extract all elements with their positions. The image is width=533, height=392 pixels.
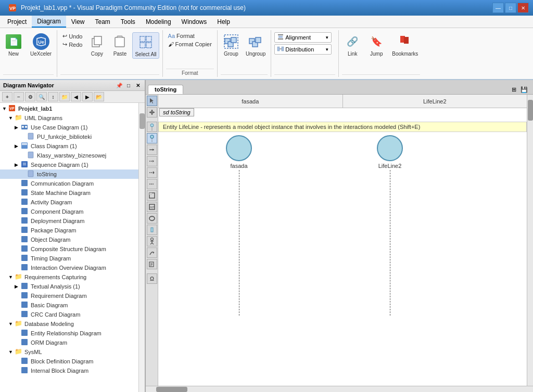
- lifeline-lifeline2[interactable]: LifeLine2: [377, 135, 403, 316]
- tree-item-timing[interactable]: Timing Diagram: [0, 254, 138, 263]
- copy-button[interactable]: Copy: [86, 32, 107, 58]
- new-button[interactable]: 📄 New: [3, 32, 24, 58]
- tree-item-orm-diagram[interactable]: ORM Diagram: [0, 338, 138, 347]
- tree-item-crc-card[interactable]: CRC Card Diagram: [0, 310, 138, 319]
- tool-create[interactable]: [147, 167, 157, 178]
- diagram-canvas[interactable]: fasada LifeLine2 sd toString Entity Life…: [158, 95, 527, 386]
- menu-view[interactable]: View: [66, 16, 90, 28]
- panel-icon-maximize[interactable]: □: [125, 82, 132, 89]
- tree-item-component[interactable]: Component Diagram: [0, 207, 138, 216]
- tool-interaction-use[interactable]: ref: [147, 202, 157, 212]
- menu-help[interactable]: Help: [212, 16, 235, 28]
- bookmarks-button[interactable]: Bookmarks: [390, 32, 420, 58]
- tree-item-sequence-diagram[interactable]: ▶ Sequence Diagram (1): [0, 160, 138, 169]
- diagram-tab-tostring[interactable]: toString: [148, 85, 183, 94]
- tool-entity-lifeline[interactable]: [147, 133, 157, 143]
- tree-item-projekt[interactable]: ▼ VP Projekt_lab1: [0, 104, 138, 113]
- tree-btn-expand[interactable]: +: [2, 92, 12, 101]
- redo-button[interactable]: ↪ Redo: [60, 41, 84, 48]
- tool-note[interactable]: [147, 259, 157, 269]
- tree-item-internal-block[interactable]: Internal Block Diagram: [0, 366, 138, 375]
- tree-item-tostring[interactable]: toString: [0, 169, 138, 179]
- menu-team[interactable]: Team: [90, 16, 116, 28]
- tool-select[interactable]: [147, 96, 157, 106]
- diagram-tab-fit-icon[interactable]: ⊞: [511, 85, 517, 94]
- undo-button[interactable]: ↩ Undo: [60, 32, 84, 40]
- group-button[interactable]: Group: [221, 32, 242, 58]
- panel-icon-close[interactable]: ✕: [134, 82, 142, 89]
- tool-return[interactable]: [147, 179, 157, 189]
- tree-item-class-diagram[interactable]: ▶ Class Diagram (1): [0, 141, 138, 151]
- tool-combined-fragment[interactable]: [147, 190, 157, 201]
- tree-scrollbar[interactable]: [138, 103, 145, 392]
- tool-arrow[interactable]: [147, 145, 157, 155]
- maximize-button[interactable]: □: [505, 3, 516, 13]
- tool-scroll[interactable]: [147, 107, 157, 117]
- tree-item-interaction-overview[interactable]: Interaction Overview Diagram: [0, 263, 138, 272]
- format-button[interactable]: Aa Format: [166, 32, 197, 40]
- link-button[interactable]: 🔗 Link: [342, 32, 363, 58]
- tree-item-activity[interactable]: Activity Diagram: [0, 198, 138, 207]
- paste-button[interactable]: Paste: [109, 32, 130, 58]
- tree-item-textual-analysis[interactable]: ▶ Textual Analysis (1): [0, 282, 138, 291]
- tool-state-invariant[interactable]: [147, 213, 157, 224]
- tree-btn-sort[interactable]: ↕: [48, 92, 58, 101]
- menu-modeling[interactable]: Modeling: [141, 16, 176, 28]
- select-all-button[interactable]: Select All: [132, 32, 159, 59]
- menu-tools[interactable]: Tools: [116, 16, 141, 28]
- tree-btn-nav-next[interactable]: ▶: [82, 92, 93, 101]
- tree-item-uml-diagrams[interactable]: ▼ 📁 UML Diagrams: [0, 113, 138, 123]
- tree-item-requirement-diagram[interactable]: Requirement Diagram: [0, 291, 138, 300]
- format-copier-button[interactable]: 🖌 Format Copier: [166, 41, 214, 48]
- tree-btn-nav-prev[interactable]: ◀: [71, 92, 81, 101]
- canvas-scrollbar[interactable]: [527, 95, 533, 386]
- tree-item-requirements[interactable]: ▼ 📁 Requirements Capturing: [0, 272, 138, 282]
- tree-item-state-machine[interactable]: State Machine Diagram: [0, 188, 138, 198]
- select-all-icon: [137, 34, 154, 50]
- tree-btn-search[interactable]: 🔍: [36, 92, 47, 101]
- tool-person[interactable]: [147, 236, 157, 246]
- canvas-h-scrollbar[interactable]: [146, 386, 533, 392]
- ungroup-button[interactable]: Ungroup: [244, 32, 268, 58]
- tool-lifeline[interactable]: [147, 122, 157, 132]
- tree-item-package[interactable]: Package Diagram: [0, 226, 138, 235]
- lifeline-fasada-line: [239, 170, 239, 316]
- panel-icon-pin[interactable]: 📌: [116, 82, 123, 89]
- tree-item-block-definition[interactable]: Block Definition Diagram: [0, 357, 138, 366]
- tool-omega[interactable]: Ω: [147, 273, 157, 284]
- tree-item-klasy-warstwy[interactable]: Klasy_warstwy_biznesowej: [0, 151, 138, 160]
- menu-diagram[interactable]: Diagram: [32, 16, 66, 28]
- tool-dashed-arrow[interactable]: [147, 156, 157, 166]
- tree-item-sysml[interactable]: ▼ 📁 SysML: [0, 347, 138, 357]
- minimize-button[interactable]: —: [492, 3, 504, 13]
- tool-activation[interactable]: [147, 225, 157, 235]
- menu-project[interactable]: Project: [2, 16, 32, 28]
- tool-curved-arrow[interactable]: [147, 247, 157, 258]
- close-button[interactable]: ✕: [517, 3, 529, 13]
- tree-btn-settings[interactable]: ⚙: [25, 92, 35, 101]
- tree-item-composite[interactable]: Composite Structure Diagram: [0, 244, 138, 254]
- tree-btn-open[interactable]: 📂: [94, 92, 104, 101]
- tree-item-object[interactable]: Object Diagram: [0, 235, 138, 244]
- diagram-icon: [21, 142, 29, 150]
- alignment-dropdown[interactable]: Alignment ▼: [274, 32, 332, 43]
- distribution-dropdown[interactable]: Distribution ▼: [274, 44, 332, 55]
- ribbon: 📄 New Ue UeXceler: [0, 28, 533, 80]
- tree-label: Component Diagram: [31, 208, 84, 215]
- tree-item-pu-funkcje[interactable]: PU_funkcje_biblioteki: [0, 132, 138, 141]
- tree-btn-new[interactable]: 📁: [59, 92, 70, 101]
- tree-btn-collapse[interactable]: −: [14, 92, 24, 101]
- lifeline-fasada[interactable]: fasada: [226, 135, 252, 316]
- menu-windows[interactable]: Windows: [176, 16, 212, 28]
- tree-item-communication[interactable]: Communication Diagram: [0, 179, 138, 188]
- tree-item-database-modeling[interactable]: ▼ 📁 Database Modeling: [0, 319, 138, 329]
- diagram-icon: [21, 310, 29, 319]
- tree-item-basic-diagram[interactable]: Basic Diagram: [0, 300, 138, 310]
- tree-item-use-case[interactable]: ▶ Use Case Diagram (1): [0, 123, 138, 132]
- tree-item-deployment[interactable]: Deployment Diagram: [0, 216, 138, 226]
- diagram-tab-save-icon[interactable]: 💾: [519, 85, 529, 94]
- tree-item-entity-relationship[interactable]: Entity Relationship Diagram: [0, 329, 138, 338]
- header-lifeline2-label: LifeLine2: [423, 98, 447, 104]
- jump-button[interactable]: 🔖 Jump: [366, 32, 387, 58]
- uexceler-button[interactable]: Ue UeXceler: [28, 32, 54, 58]
